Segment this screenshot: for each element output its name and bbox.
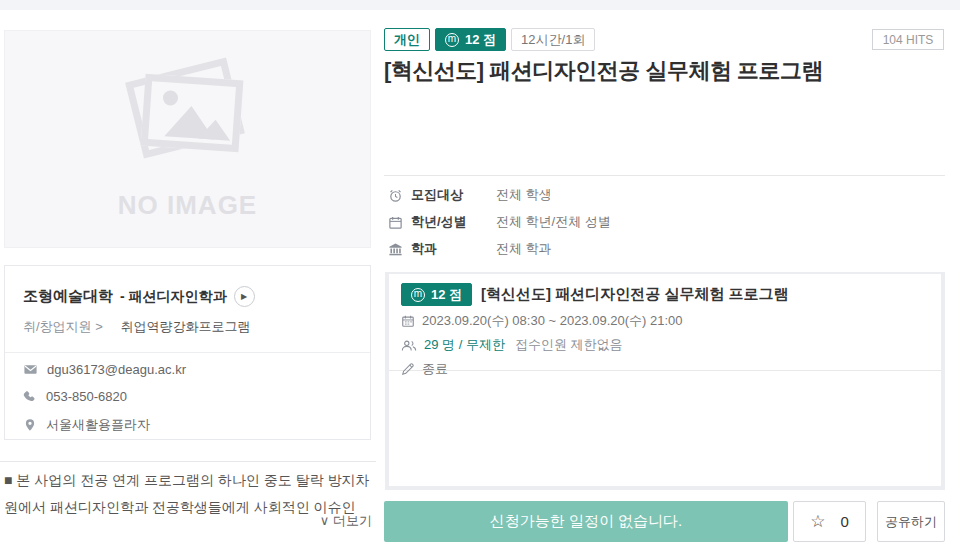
contact-phone-row: 053-850-6820 <box>23 389 127 404</box>
map-pin-icon <box>23 418 37 432</box>
badge-personal: 개인 <box>384 28 430 51</box>
phone-icon <box>23 390 37 404</box>
breadcrumb-category: 취/창업지원 <box>23 319 92 334</box>
pen-icon <box>401 362 415 376</box>
badge-mileage-points: m 12 점 <box>401 283 472 306</box>
badge-mileage-points: m 12 점 <box>435 28 506 51</box>
program-badges: 개인 m 12 점 12시간/1회 <box>384 28 595 51</box>
no-schedule-notice-button[interactable]: 신청가능한 일정이 없습니다. <box>384 501 788 542</box>
contact-email-row: dgu36173@deagu.ac.kr <box>23 362 186 377</box>
mileage-icon: m <box>445 33 459 47</box>
schedule-item[interactable]: m 12 점 [혁신선도] 패션디자인전공 실무체험 프로그램 2023.09.… <box>389 274 941 371</box>
description-divider <box>0 461 376 462</box>
detail-row-target: 모집대상 전체 학생 <box>388 184 944 206</box>
college-name: 조형예술대학 <box>23 287 113 306</box>
badge-duration: 12시간/1회 <box>511 28 595 51</box>
schedule-capacity: 29 명 / 무제한 <box>424 336 505 354</box>
card-divider <box>5 352 370 353</box>
breadcrumb: 취/창업지원 > 취업역량강화프로그램 <box>23 318 250 336</box>
chevron-down-icon: ∨ <box>320 513 330 528</box>
department-name: - 패션디자인학과 <box>120 288 227 306</box>
calendar-icon <box>388 215 411 230</box>
schedule-status-row: 종료 <box>401 360 929 378</box>
organizer-card: 조형예술대학 - 패션디자인학과 ▶ 취/창업지원 > 취업역량강화프로그램 d… <box>4 265 371 440</box>
share-button[interactable]: 공유하기 <box>877 501 945 542</box>
mileage-points-label: 12 점 <box>465 31 496 49</box>
schedule-period: 2023.09.20(수) 08:30 ~ 2023.09.20(수) 21:0… <box>422 312 683 330</box>
detail-value: 전체 학년/전체 성별 <box>496 213 611 231</box>
schedule-period-row: 2023.09.20(수) 08:30 ~ 2023.09.20(수) 21:0… <box>401 312 929 330</box>
detail-value: 전체 학과 <box>496 240 552 258</box>
schedule-capacity-note: 접수인원 제한없음 <box>515 336 623 354</box>
program-title: [혁신선도] 패션디자인전공 실무체험 프로그램 <box>384 56 945 86</box>
calendar-icon <box>401 314 415 328</box>
no-image-label: NO IMAGE <box>5 190 370 221</box>
location-value: 서울새활용플라자 <box>46 416 150 434</box>
schedule-capacity-row: 29 명 / 무제한 접수인원 제한없음 <box>401 336 929 354</box>
detail-row-department: 학과 전체 학과 <box>388 238 944 260</box>
breadcrumb-program-type: 취업역량강화프로그램 <box>120 319 250 334</box>
favorite-count: 0 <box>840 513 848 530</box>
breadcrumb-arrow: > <box>95 319 103 334</box>
detail-row-grade-gender: 학년/성별 전체 학년/전체 성별 <box>388 211 944 233</box>
expand-department-button[interactable]: ▶ <box>234 286 255 307</box>
play-icon: ▶ <box>241 292 247 301</box>
show-more-link[interactable]: ∨ 더보기 <box>4 512 372 530</box>
bank-icon <box>388 242 411 257</box>
detail-label: 학과 <box>411 240 496 258</box>
detail-value: 전체 학생 <box>496 186 552 204</box>
detail-label: 모집대상 <box>411 186 496 204</box>
photo-frame-icon <box>141 74 244 153</box>
schedule-list: m 12 점 [혁신선도] 패션디자인전공 실무체험 프로그램 2023.09.… <box>385 272 945 490</box>
department-header: 조형예술대학 - 패션디자인학과 ▶ <box>23 286 255 307</box>
photo-mountain-small <box>198 119 231 141</box>
program-thumbnail-placeholder: NO IMAGE <box>4 30 371 248</box>
schedule-item-title: [혁신선도] 패션디자인전공 실무체험 프로그램 <box>481 285 789 304</box>
people-icon <box>401 339 417 352</box>
schedule-status: 종료 <box>422 360 448 378</box>
show-more-label: 더보기 <box>333 513 372 528</box>
phone-value: 053-850-6820 <box>46 389 127 404</box>
program-detail-page: NO IMAGE 조형예술대학 - 패션디자인학과 ▶ 취/창업지원 > 취업역… <box>0 0 960 551</box>
email-value: dgu36173@deagu.ac.kr <box>47 362 186 377</box>
mail-icon <box>23 362 38 377</box>
contact-location-row: 서울새활용플라자 <box>23 416 150 434</box>
hits-counter: 104 HITS <box>872 29 944 50</box>
clock-icon <box>388 188 411 203</box>
detail-label: 학년/성별 <box>411 213 496 231</box>
mileage-points-label: 12 점 <box>431 286 462 304</box>
favorite-button[interactable]: ☆ 0 <box>793 501 866 542</box>
star-icon: ☆ <box>810 513 825 530</box>
schedule-item-header: m 12 점 [혁신선도] 패션디자인전공 실무체험 프로그램 <box>401 283 929 306</box>
top-header-band <box>0 0 960 10</box>
mileage-icon: m <box>411 288 425 302</box>
details-divider <box>384 175 945 176</box>
